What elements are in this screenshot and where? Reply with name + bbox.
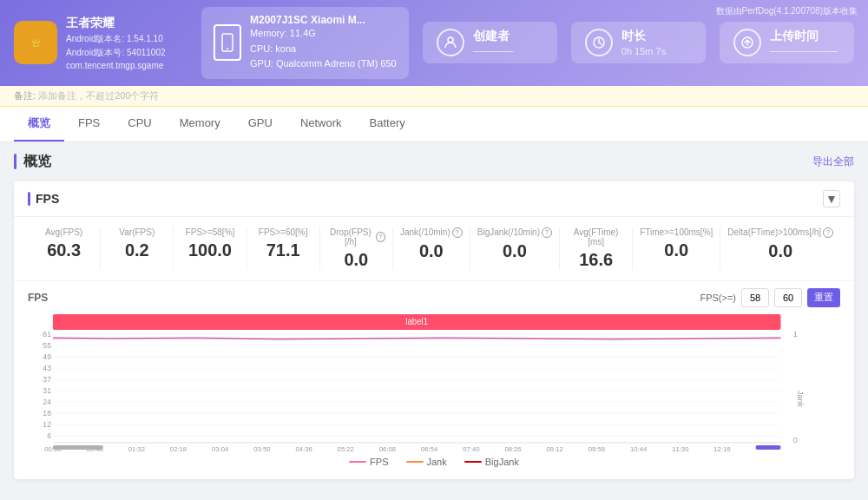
content: 概览 导出全部 FPS ▼ Avg(FPS) 60.3 Var(FPS) 0.2 xyxy=(0,142,868,500)
upload-icon xyxy=(733,29,761,56)
svg-text:55: 55 xyxy=(43,341,51,350)
stat-var-fps: Var(FPS) 0.2 xyxy=(101,227,174,270)
android-version: Android版本名: 1.54.1.10 xyxy=(66,33,166,45)
svg-text:Jank: Jank xyxy=(796,391,805,408)
creator-label: 创建者 xyxy=(473,29,514,44)
delta-ftime-label: Delta(FTime)>100ms[/h] ? xyxy=(727,227,833,238)
note-prefix: 备注: xyxy=(14,90,38,101)
svg-text:43: 43 xyxy=(43,364,51,372)
app-info: 👑 王者荣耀 Android版本名: 1.54.1.10 Android版本号:… xyxy=(14,16,187,70)
stat-avg-fps: Avg(FPS) 60.3 xyxy=(28,227,101,270)
drop-fps-info-icon[interactable]: ? xyxy=(376,232,385,242)
svg-text:label1: label1 xyxy=(405,317,428,326)
svg-text:12:16: 12:16 xyxy=(713,445,731,451)
svg-text:09:58: 09:58 xyxy=(589,445,606,451)
creator-value: ────── xyxy=(473,46,514,56)
svg-rect-5 xyxy=(28,312,814,451)
ftime100-label: FTime>=100ms[%] xyxy=(640,227,713,237)
stat-bigjank: BigJank(/10min) ? 0.0 xyxy=(470,227,560,270)
svg-point-1 xyxy=(227,48,228,49)
stat-fps60: FPS>=60[%] 71.1 xyxy=(247,227,320,270)
svg-text:61: 61 xyxy=(43,330,51,339)
device-cpu: CPU: kona xyxy=(250,42,397,57)
tab-overview[interactable]: 概览 xyxy=(14,107,64,141)
tab-network[interactable]: Network xyxy=(286,108,356,140)
bigjank-info-icon[interactable]: ? xyxy=(542,227,552,238)
avg-fps-value: 60.3 xyxy=(35,240,93,260)
drop-fps-value: 0.0 xyxy=(327,250,385,270)
jank-legend-line xyxy=(406,461,424,463)
fps-panel: FPS ▼ Avg(FPS) 60.3 Var(FPS) 0.2 FPS>=58… xyxy=(14,181,854,479)
creator-icon xyxy=(437,29,464,56)
duration-value: 0h 15m 7s xyxy=(621,46,666,56)
svg-text:03:04: 03:04 xyxy=(212,445,229,451)
jank-value: 0.0 xyxy=(400,241,463,261)
phone-icon xyxy=(214,24,241,61)
svg-text:49: 49 xyxy=(43,352,51,361)
note-placeholder: 添加备注，不超过200个字符 xyxy=(38,90,159,101)
bigjank-legend-line xyxy=(464,461,482,463)
ftime100-value: 0.0 xyxy=(640,240,713,260)
jank-info-icon[interactable]: ? xyxy=(452,227,463,238)
delta-ftime-info-icon[interactable]: ? xyxy=(823,227,833,238)
device-gpu: GPU: Qualcomm Adreno (TM) 650 xyxy=(250,56,397,72)
export-button[interactable]: 导出全部 xyxy=(812,155,854,169)
fps-threshold-58[interactable] xyxy=(741,288,769,307)
tab-bar: 概览 FPS CPU Memory GPU Network Battery xyxy=(0,107,868,142)
jank-label: Jank(/10min) ? xyxy=(400,227,463,238)
fps-threshold-60[interactable] xyxy=(774,288,802,307)
svg-text:24: 24 xyxy=(43,398,51,406)
fps58-value: 100.0 xyxy=(181,240,239,260)
svg-text:09:12: 09:12 xyxy=(547,445,563,451)
tab-memory[interactable]: Memory xyxy=(166,108,234,140)
svg-text:02:18: 02:18 xyxy=(170,445,187,451)
tab-fps[interactable]: FPS xyxy=(64,108,114,140)
avg-fps-label: Avg(FPS) xyxy=(35,227,93,237)
tab-gpu[interactable]: GPU xyxy=(234,108,286,140)
bigjank-value: 0.0 xyxy=(477,241,552,261)
svg-text:05:22: 05:22 xyxy=(338,445,354,451)
creator-stat: 创建者 ────── xyxy=(423,22,557,63)
legend-fps: FPS xyxy=(349,457,388,467)
svg-text:06:08: 06:08 xyxy=(379,445,397,451)
app-icon: 👑 xyxy=(14,21,57,64)
chart-wrapper: label1 xyxy=(28,312,840,451)
fps60-label: FPS>=60[%] xyxy=(254,227,312,237)
version-note: 数据由PerfDog(4.1.200708)版本收集 xyxy=(716,5,858,17)
device-memory: Memory: 11.4G xyxy=(250,26,397,42)
svg-rect-50 xyxy=(756,445,781,450)
upload-info: 上传时间 ────────── xyxy=(770,29,838,56)
duration-stat: 时长 0h 15m 7s xyxy=(571,22,706,63)
fps-legend-label: FPS xyxy=(370,457,388,467)
reset-button[interactable]: 重置 xyxy=(807,288,840,307)
svg-text:18: 18 xyxy=(43,409,51,418)
device-info: M2007J1SC Xiaomi M... Memory: 11.4G CPU:… xyxy=(201,7,409,79)
app-details: 王者荣耀 Android版本名: 1.54.1.10 Android版本号: 5… xyxy=(66,16,166,70)
svg-text:08:26: 08:26 xyxy=(504,445,522,451)
upload-stat: 上传时间 ────────── xyxy=(720,22,854,63)
fps-chart[interactable]: label1 xyxy=(28,312,814,451)
var-fps-value: 0.2 xyxy=(108,240,166,260)
stat-delta-ftime: Delta(FTime)>100ms[/h] ? 0.0 xyxy=(720,227,840,270)
svg-text:31: 31 xyxy=(43,386,51,395)
fps-title-left: FPS xyxy=(28,192,59,206)
upload-value: ────────── xyxy=(770,46,838,56)
legend-jank: Jank xyxy=(406,457,447,467)
fps58-label: FPS>=58[%] xyxy=(181,227,239,237)
svg-point-2 xyxy=(448,37,453,43)
android-code: Android版本号: 54011002 xyxy=(66,47,166,59)
svg-text:10:44: 10:44 xyxy=(630,445,648,451)
fps-label: FPS xyxy=(36,192,59,206)
tab-battery[interactable]: Battery xyxy=(356,108,419,140)
duration-info: 时长 0h 15m 7s xyxy=(621,29,666,56)
stat-ftime100: FTime>=100ms[%] 0.0 xyxy=(633,227,720,270)
section-header: 概览 导出全部 xyxy=(14,153,854,171)
avg-ftime-value: 16.6 xyxy=(567,250,625,270)
svg-text:1: 1 xyxy=(793,330,798,339)
collapse-button[interactable]: ▼ xyxy=(823,190,840,207)
header: 数据由PerfDog(4.1.200708)版本收集 👑 王者荣耀 Androi… xyxy=(0,0,868,86)
section-title: 概览 xyxy=(14,153,51,171)
tab-cpu[interactable]: CPU xyxy=(114,108,165,140)
svg-text:6: 6 xyxy=(47,431,51,440)
bigjank-legend-label: BigJank xyxy=(485,457,519,467)
